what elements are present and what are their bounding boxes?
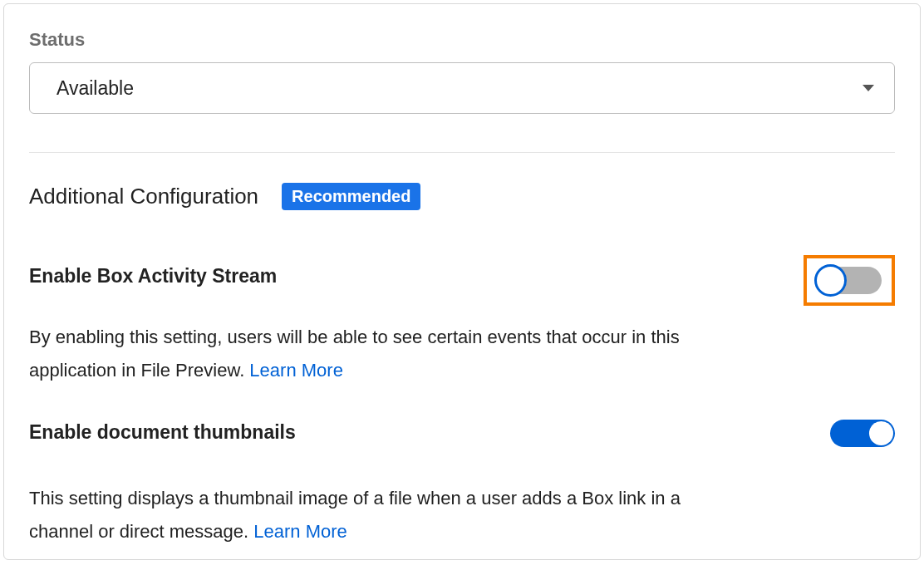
status-dropdown-value: Available [57,77,134,100]
setting-thumbnails-desc: This setting displays a thumbnail image … [29,482,710,548]
section-header: Additional Configuration Recommended [29,183,895,210]
divider [29,152,895,153]
desc-text: This setting displays a thumbnail image … [29,488,681,542]
toggle-knob [814,264,847,297]
learn-more-link[interactable]: Learn More [253,521,347,542]
caret-down-icon [863,85,874,91]
setting-thumbnails-row: Enable document thumbnails [29,421,895,447]
section-title: Additional Configuration [29,184,258,209]
status-label: Status [29,29,895,51]
highlight-box [804,255,895,306]
desc-text: By enabling this setting, users will be … [29,327,680,381]
learn-more-link[interactable]: Learn More [249,360,343,381]
thumbnails-toggle[interactable] [830,420,895,447]
settings-panel: Status Available Additional Configuratio… [3,3,921,560]
recommended-badge: Recommended [282,183,420,210]
setting-thumbnails-title: Enable document thumbnails [29,421,296,444]
setting-activity-stream-desc: By enabling this setting, users will be … [29,321,710,386]
setting-activity-stream-title: Enable Box Activity Stream [29,265,277,287]
toggle-knob [869,421,893,445]
activity-stream-toggle[interactable] [817,267,882,294]
setting-activity-stream-row: Enable Box Activity Stream [29,265,895,306]
status-dropdown[interactable]: Available [29,62,895,114]
thumbnails-toggle-wrapper [830,420,895,447]
